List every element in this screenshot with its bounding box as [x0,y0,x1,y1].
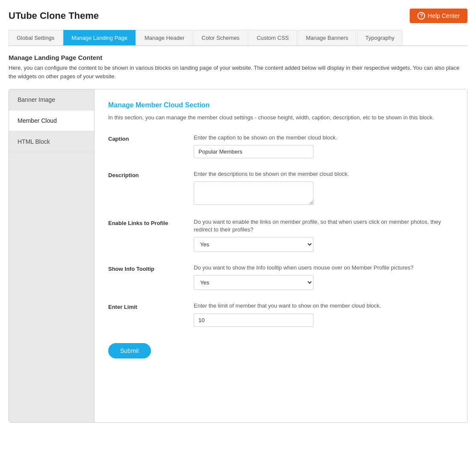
main-panel: Banner Image Member Cloud HTML Block Man… [9,89,467,423]
caption-row: Caption Enter the caption to be shown on… [108,134,453,158]
tab-manage-header[interactable]: Manage Header [136,30,192,45]
section-description: In this section, you can manage the memb… [108,113,453,122]
enter-limit-input[interactable] [194,314,313,327]
caption-input[interactable] [194,145,313,158]
content-description: Here, you can configure the content to b… [9,64,467,80]
tab-custom-css[interactable]: Custom CSS [248,30,297,45]
description-row: Description Enter the descriptions to be… [108,170,453,206]
tab-manage-landing-page[interactable]: Manage Landing Page [63,30,136,45]
content-heading: Manage Landing Page Content [9,54,467,61]
tab-manage-banners[interactable]: Manage Banners [298,30,356,45]
enter-limit-input-col: Enter the limit of member that you want … [194,302,453,326]
description-label: Description [108,170,194,206]
show-tooltip-label: Show Info Tooltip [108,264,194,290]
tab-color-schemes[interactable]: Color Schemes [193,30,248,45]
enter-limit-hint: Enter the limit of member that you want … [194,302,453,310]
sidebar-item-banner-image[interactable]: Banner Image [9,89,94,110]
show-tooltip-select[interactable]: Yes No [194,275,313,290]
enable-links-label: Enable Links to Profile [108,218,194,252]
help-button[interactable]: ? Help Center [410,9,467,23]
caption-label: Caption [108,134,194,158]
description-input-col: Enter the descriptions to be shown on th… [194,170,453,206]
tab-bar: Global Settings Manage Landing Page Mana… [9,30,467,46]
caption-hint: Enter the caption to be shown on the mem… [194,134,453,142]
tab-global-settings[interactable]: Global Settings [9,30,62,45]
form-area: Manage Member Cloud Section In this sect… [95,89,467,422]
show-tooltip-hint: Do you want to show the Info tooltip whe… [194,264,453,272]
enable-links-hint: Do you want to enable the links on membe… [194,218,453,234]
sidebar-item-html-block[interactable]: HTML Block [9,131,94,152]
description-hint: Enter the descriptions to be shown on th… [194,170,453,178]
sidebar: Banner Image Member Cloud HTML Block [9,89,95,422]
description-textarea[interactable] [194,181,313,205]
section-title: Manage Member Cloud Section [108,101,453,109]
enable-links-select[interactable]: Yes No [194,237,313,252]
submit-button[interactable]: Submit [108,343,151,358]
page-title: UTube Clone Theme [9,10,99,21]
caption-input-col: Enter the caption to be shown on the mem… [194,134,453,158]
enter-limit-label: Enter Limit [108,302,194,326]
show-tooltip-input-col: Do you want to show the Info tooltip whe… [194,264,453,290]
enable-links-row: Enable Links to Profile Do you want to e… [108,218,453,252]
help-button-label: Help Center [428,12,460,19]
tab-typography[interactable]: Typography [357,30,402,45]
enter-limit-row: Enter Limit Enter the limit of member th… [108,302,453,326]
question-icon: ? [417,12,425,20]
page-header: UTube Clone Theme ? Help Center [9,9,467,23]
enable-links-input-col: Do you want to enable the links on membe… [194,218,453,252]
show-tooltip-row: Show Info Tooltip Do you want to show th… [108,264,453,290]
sidebar-item-member-cloud[interactable]: Member Cloud [9,110,94,131]
